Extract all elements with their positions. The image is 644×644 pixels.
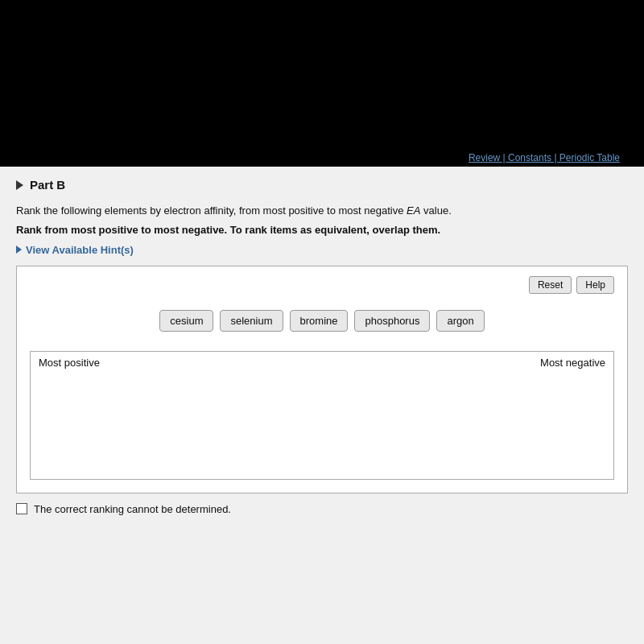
help-button[interactable]: Help	[576, 276, 614, 294]
reset-button[interactable]: Reset	[529, 276, 572, 294]
hint-arrow-icon	[16, 246, 22, 254]
top-navigation-bar: Review | Constants | Periodic Table	[0, 149, 644, 167]
element-cesium[interactable]: cesium	[159, 310, 213, 332]
element-phosphorus[interactable]: phosphorus	[354, 310, 430, 332]
instructions-text-1: Rank the following elements by electron …	[16, 204, 407, 217]
ranking-labels-row: Most positive Most negative	[39, 357, 605, 369]
top-nav-links[interactable]: Review | Constants | Periodic Table	[469, 152, 620, 163]
element-argon[interactable]: argon	[436, 310, 484, 332]
instructions-line2: Rank from most positive to most negative…	[16, 224, 628, 236]
main-content-area: Part B Rank the following elements by el…	[0, 167, 644, 644]
hint-link[interactable]: View Available Hint(s)	[16, 244, 628, 256]
part-b-title: Part B	[30, 178, 65, 192]
top-black-area	[0, 0, 644, 149]
part-b-header: Part B	[16, 178, 628, 192]
action-buttons-row: Reset Help	[30, 276, 614, 294]
instructions-text-end: value.	[420, 204, 451, 217]
ranking-box: Reset Help cesium selenium bromine phosp…	[16, 266, 628, 493]
collapse-icon[interactable]	[16, 180, 23, 190]
element-bromine[interactable]: bromine	[290, 310, 349, 332]
cannot-determine-row: The correct ranking cannot be determined…	[16, 503, 628, 515]
most-positive-label: Most positive	[39, 357, 100, 369]
element-selenium[interactable]: selenium	[220, 310, 283, 332]
hint-label: View Available Hint(s)	[26, 244, 134, 256]
ranking-drop-area[interactable]: Most positive Most negative	[30, 351, 614, 480]
ea-symbol: EA	[407, 204, 420, 217]
most-negative-label: Most negative	[540, 357, 605, 369]
cannot-determine-checkbox[interactable]	[16, 503, 27, 514]
elements-row: cesium selenium bromine phosphorus argon	[30, 310, 614, 332]
instructions-line1: Rank the following elements by electron …	[16, 203, 628, 219]
cannot-determine-label: The correct ranking cannot be determined…	[34, 503, 231, 515]
